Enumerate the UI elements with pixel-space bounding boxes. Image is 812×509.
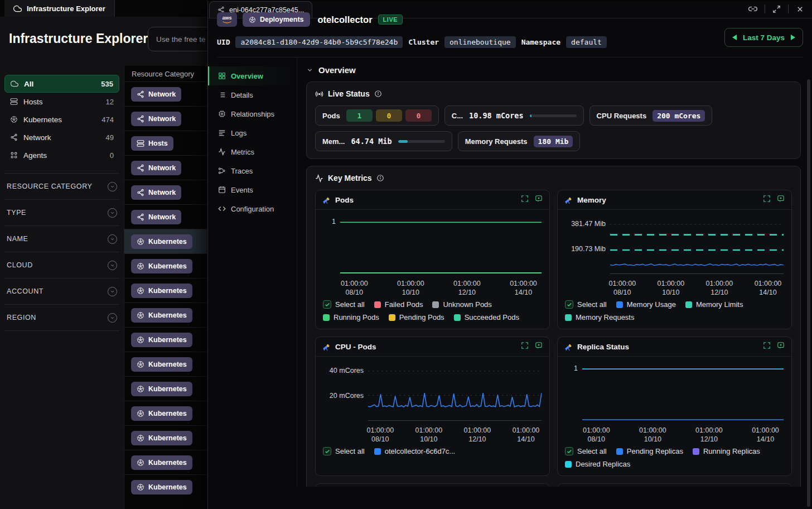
legend-item[interactable]: Running Replicas <box>693 447 760 455</box>
legend-item[interactable]: Succeeded Pods <box>454 313 519 321</box>
namespace-value[interactable]: default <box>566 36 607 48</box>
filter-section-type[interactable]: TYPE <box>4 200 119 226</box>
resource-row[interactable]: Kubernetes <box>124 450 207 474</box>
insight-icon[interactable] <box>535 195 543 205</box>
insight-icon[interactable] <box>777 342 785 352</box>
tab-metrics[interactable]: Metrics <box>208 142 297 161</box>
filter-section-region[interactable]: REGION <box>4 305 119 331</box>
chart-title: Pods <box>335 196 354 204</box>
filter-section-account[interactable]: ACCOUNT <box>4 278 119 305</box>
tab-configuration[interactable]: Configuration <box>208 199 297 218</box>
chart-plot[interactable] <box>368 363 542 421</box>
filter-section-cloud[interactable]: CLOUD <box>4 252 119 278</box>
select-all-toggle[interactable]: Select all <box>565 300 607 309</box>
resource-row[interactable]: Kubernetes <box>124 425 207 450</box>
kubernetes-icon <box>137 459 144 467</box>
resource-row[interactable]: Network <box>124 106 207 131</box>
tab-traces[interactable]: Traces <box>208 161 297 180</box>
kubernetes-icon <box>10 116 18 123</box>
legend-item[interactable]: Unknown Pods <box>432 300 491 309</box>
sidebar-item-all[interactable]: All535 <box>4 75 119 93</box>
time-range-button[interactable]: Last 7 Days <box>724 28 803 47</box>
chevron-down-icon[interactable] <box>108 313 117 323</box>
resource-row[interactable]: Kubernetes <box>124 278 207 302</box>
checkbox-icon[interactable] <box>323 300 331 309</box>
sidebar-item-kubernetes[interactable]: Kubernetes474 <box>4 111 119 128</box>
sidebar-item-network[interactable]: Network49 <box>4 128 119 146</box>
legend-swatch <box>432 301 439 308</box>
tab-events[interactable]: Events <box>208 180 297 199</box>
legend-label: otelcollector-6c6d7c... <box>385 447 455 455</box>
resource-row[interactable]: Network <box>124 204 207 229</box>
chart-body: 40 mCores20 mCores <box>316 357 549 421</box>
prev-range-icon[interactable] <box>732 35 737 40</box>
cluster-value[interactable]: onlineboutique <box>444 36 516 48</box>
tab-logs[interactable]: Logs <box>208 123 297 142</box>
checkbox-icon[interactable] <box>565 300 573 309</box>
select-all-toggle[interactable]: Select all <box>323 447 365 455</box>
drawer-header: aws Deployments otelcollector LIVE UID a… <box>208 1 812 57</box>
resource-row[interactable]: Kubernetes <box>124 327 207 352</box>
resource-row[interactable]: Kubernetes <box>124 229 207 253</box>
legend-item[interactable]: Memory Limits <box>685 300 743 309</box>
nav-item-label: Details <box>231 91 253 99</box>
x-tick-label: 01:00:0012/10 <box>695 426 723 444</box>
chart-plot[interactable] <box>340 217 542 275</box>
drawer-scrollbar[interactable] <box>807 79 810 507</box>
legend-item[interactable]: Pending Pods <box>389 313 444 321</box>
select-all-toggle[interactable]: Select all <box>323 300 365 309</box>
legend-item[interactable]: Memory Usage <box>616 300 676 309</box>
chart-plot[interactable] <box>610 217 784 275</box>
info-icon[interactable] <box>376 174 384 182</box>
uid-value[interactable]: a2084c81-d180-42d9-84b0-5b9c5f78e24b <box>235 36 403 48</box>
legend-item[interactable]: Running Pods <box>323 313 379 321</box>
checkbox-icon[interactable] <box>323 447 331 455</box>
legend-item[interactable]: Memory Requests <box>565 313 634 321</box>
resource-row[interactable]: Network <box>124 81 207 106</box>
chevron-down-icon[interactable] <box>108 234 117 244</box>
resource-row[interactable]: Kubernetes <box>124 352 207 376</box>
chevron-down-icon[interactable] <box>108 287 117 296</box>
expand-chart-icon[interactable] <box>763 195 771 205</box>
resource-row[interactable]: Kubernetes <box>124 401 207 425</box>
next-range-icon[interactable] <box>791 35 795 40</box>
sidebar-item-hosts[interactable]: Hosts12 <box>4 93 119 111</box>
filter-section-name[interactable]: NAME <box>4 226 119 252</box>
filter-section-resource-category[interactable]: RESOURCE CATEGORY <box>4 174 119 200</box>
resource-row[interactable]: Kubernetes <box>124 474 207 499</box>
chart-actions <box>521 195 543 205</box>
resource-row[interactable]: Kubernetes <box>124 376 207 401</box>
chevron-down-icon[interactable] <box>108 208 117 218</box>
select-all-toggle[interactable]: Select all <box>565 447 607 455</box>
namespace-label: Namespace <box>521 38 560 46</box>
chart-plot[interactable] <box>582 363 784 421</box>
tab-details[interactable]: Details <box>208 85 297 104</box>
resource-row[interactable]: Kubernetes <box>124 253 207 278</box>
expand-chart-icon[interactable] <box>521 195 529 205</box>
overview-section-header[interactable]: Overview <box>306 65 801 75</box>
tab-relationships[interactable]: Relationships <box>208 104 297 123</box>
resource-row[interactable]: Kubernetes <box>124 302 207 327</box>
resource-row[interactable]: Hosts <box>124 131 207 155</box>
chevron-down-icon[interactable] <box>108 261 117 270</box>
legend-item[interactable]: Failed Pods <box>374 300 423 309</box>
sidebar-item-agents[interactable]: Agents0 <box>4 146 119 164</box>
legend-label: Running Replicas <box>703 447 760 455</box>
chevron-down-icon[interactable] <box>108 182 117 191</box>
legend-item[interactable]: Desired Replicas <box>565 460 630 468</box>
legend-item[interactable]: otelcollector-6c6d7c... <box>374 447 455 455</box>
resource-row[interactable]: Network <box>124 155 207 180</box>
overview-content: Overview Live Status Pods100C...10.98 mC… <box>297 57 812 487</box>
checkbox-icon[interactable] <box>565 447 573 455</box>
resource-row[interactable]: Network <box>124 180 207 204</box>
app-tab[interactable]: Infrastructure Explorer <box>4 0 114 17</box>
resource-category-badge: Kubernetes <box>131 480 192 494</box>
deployments-badge[interactable]: Deployments <box>243 12 310 27</box>
legend-item[interactable]: Pending Replicas <box>616 447 683 455</box>
expand-chart-icon[interactable] <box>521 342 529 352</box>
tab-overview[interactable]: Overview <box>208 66 297 85</box>
expand-chart-icon[interactable] <box>763 342 771 352</box>
insight-icon[interactable] <box>777 195 785 205</box>
info-icon[interactable] <box>374 90 382 98</box>
insight-icon[interactable] <box>535 342 543 352</box>
